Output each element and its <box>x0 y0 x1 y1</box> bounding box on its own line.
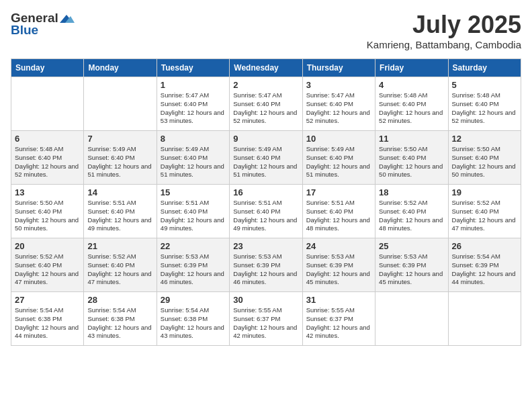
week-row-2: 6Sunrise: 5:48 AM Sunset: 6:40 PM Daylig… <box>11 131 521 185</box>
day-info: Sunrise: 5:47 AM Sunset: 6:40 PM Dayligh… <box>306 91 371 126</box>
day-number: 29 <box>161 295 226 305</box>
logo: General Blue <box>11 11 75 38</box>
day-info: Sunrise: 5:52 AM Sunset: 6:40 PM Dayligh… <box>15 253 80 287</box>
day-number: 2 <box>233 80 298 90</box>
calendar-title: July 2025 <box>367 11 521 39</box>
day-info: Sunrise: 5:53 AM Sunset: 6:39 PM Dayligh… <box>233 253 298 287</box>
day-info: Sunrise: 5:52 AM Sunset: 6:40 PM Dayligh… <box>379 199 444 233</box>
day-number: 3 <box>306 80 371 90</box>
calendar-cell: 25Sunrise: 5:53 AM Sunset: 6:39 PM Dayli… <box>375 238 448 292</box>
day-number: 24 <box>306 241 371 251</box>
calendar-cell: 9Sunrise: 5:49 AM Sunset: 6:40 PM Daylig… <box>230 131 302 185</box>
week-row-5: 27Sunrise: 5:54 AM Sunset: 6:38 PM Dayli… <box>11 292 521 346</box>
day-number: 26 <box>452 241 517 251</box>
calendar-cell: 22Sunrise: 5:53 AM Sunset: 6:39 PM Dayli… <box>157 238 229 292</box>
calendar-cell: 16Sunrise: 5:51 AM Sunset: 6:40 PM Dayli… <box>230 185 302 238</box>
calendar-cell: 18Sunrise: 5:52 AM Sunset: 6:40 PM Dayli… <box>375 185 448 238</box>
day-number: 16 <box>233 187 298 197</box>
day-number: 7 <box>87 134 152 144</box>
day-info: Sunrise: 5:49 AM Sunset: 6:40 PM Dayligh… <box>306 145 371 179</box>
logo-blue-text: Blue <box>11 23 38 38</box>
day-number: 25 <box>379 241 444 251</box>
page-header: General Blue July 2025 Kamrieng, Battamb… <box>11 11 521 50</box>
calendar-cell: 24Sunrise: 5:53 AM Sunset: 6:39 PM Dayli… <box>302 238 375 292</box>
col-header-thursday: Thursday <box>302 59 375 77</box>
week-row-3: 13Sunrise: 5:50 AM Sunset: 6:40 PM Dayli… <box>11 185 521 238</box>
day-info: Sunrise: 5:51 AM Sunset: 6:40 PM Dayligh… <box>87 199 152 233</box>
col-header-monday: Monday <box>84 59 157 77</box>
day-info: Sunrise: 5:54 AM Sunset: 6:38 PM Dayligh… <box>87 306 152 340</box>
day-info: Sunrise: 5:47 AM Sunset: 6:40 PM Dayligh… <box>161 91 226 126</box>
day-info: Sunrise: 5:54 AM Sunset: 6:38 PM Dayligh… <box>15 306 80 340</box>
day-info: Sunrise: 5:55 AM Sunset: 6:37 PM Dayligh… <box>233 306 298 340</box>
calendar-cell: 31Sunrise: 5:55 AM Sunset: 6:37 PM Dayli… <box>302 292 375 346</box>
day-number: 27 <box>15 295 80 305</box>
calendar-cell: 4Sunrise: 5:48 AM Sunset: 6:40 PM Daylig… <box>375 77 448 131</box>
calendar-cell: 15Sunrise: 5:51 AM Sunset: 6:40 PM Dayli… <box>157 185 229 238</box>
day-number: 20 <box>15 241 80 251</box>
day-info: Sunrise: 5:49 AM Sunset: 6:40 PM Dayligh… <box>233 145 298 179</box>
week-row-4: 20Sunrise: 5:52 AM Sunset: 6:40 PM Dayli… <box>11 238 521 292</box>
calendar-cell: 23Sunrise: 5:53 AM Sunset: 6:39 PM Dayli… <box>230 238 302 292</box>
day-info: Sunrise: 5:48 AM Sunset: 6:40 PM Dayligh… <box>452 91 517 126</box>
day-number: 11 <box>379 134 444 144</box>
calendar-cell: 17Sunrise: 5:51 AM Sunset: 6:40 PM Dayli… <box>302 185 375 238</box>
calendar-cell <box>84 77 157 131</box>
day-info: Sunrise: 5:52 AM Sunset: 6:40 PM Dayligh… <box>452 199 517 233</box>
day-info: Sunrise: 5:49 AM Sunset: 6:40 PM Dayligh… <box>161 145 226 179</box>
day-number: 8 <box>161 134 226 144</box>
calendar-body: 1Sunrise: 5:47 AM Sunset: 6:40 PM Daylig… <box>11 77 521 346</box>
day-info: Sunrise: 5:51 AM Sunset: 6:40 PM Dayligh… <box>161 199 226 233</box>
day-number: 21 <box>87 241 152 251</box>
calendar-cell: 27Sunrise: 5:54 AM Sunset: 6:38 PM Dayli… <box>11 292 84 346</box>
calendar-cell: 26Sunrise: 5:54 AM Sunset: 6:39 PM Dayli… <box>448 238 521 292</box>
day-number: 28 <box>87 295 152 305</box>
calendar-cell: 21Sunrise: 5:52 AM Sunset: 6:40 PM Dayli… <box>84 238 157 292</box>
day-info: Sunrise: 5:48 AM Sunset: 6:40 PM Dayligh… <box>15 145 80 179</box>
day-info: Sunrise: 5:50 AM Sunset: 6:40 PM Dayligh… <box>15 199 80 233</box>
day-number: 1 <box>161 80 226 90</box>
col-header-saturday: Saturday <box>448 59 521 77</box>
day-number: 5 <box>452 80 517 90</box>
day-number: 12 <box>452 134 517 144</box>
day-info: Sunrise: 5:50 AM Sunset: 6:40 PM Dayligh… <box>452 145 517 179</box>
calendar-cell: 8Sunrise: 5:49 AM Sunset: 6:40 PM Daylig… <box>157 131 229 185</box>
calendar-cell: 20Sunrise: 5:52 AM Sunset: 6:40 PM Dayli… <box>11 238 84 292</box>
day-number: 19 <box>452 187 517 197</box>
day-number: 30 <box>233 295 298 305</box>
week-row-1: 1Sunrise: 5:47 AM Sunset: 6:40 PM Daylig… <box>11 77 521 131</box>
day-info: Sunrise: 5:52 AM Sunset: 6:40 PM Dayligh… <box>87 253 152 287</box>
logo-icon <box>60 13 75 24</box>
day-info: Sunrise: 5:55 AM Sunset: 6:37 PM Dayligh… <box>306 306 371 340</box>
day-info: Sunrise: 5:49 AM Sunset: 6:40 PM Dayligh… <box>87 145 152 179</box>
day-info: Sunrise: 5:47 AM Sunset: 6:40 PM Dayligh… <box>233 91 298 126</box>
calendar-cell: 1Sunrise: 5:47 AM Sunset: 6:40 PM Daylig… <box>157 77 229 131</box>
day-info: Sunrise: 5:50 AM Sunset: 6:40 PM Dayligh… <box>379 145 444 179</box>
day-number: 4 <box>379 80 444 90</box>
calendar-cell: 19Sunrise: 5:52 AM Sunset: 6:40 PM Dayli… <box>448 185 521 238</box>
day-number: 9 <box>233 134 298 144</box>
calendar-table: SundayMondayTuesdayWednesdayThursdayFrid… <box>11 58 521 346</box>
day-number: 14 <box>87 187 152 197</box>
calendar-cell: 30Sunrise: 5:55 AM Sunset: 6:37 PM Dayli… <box>230 292 302 346</box>
calendar-cell: 13Sunrise: 5:50 AM Sunset: 6:40 PM Dayli… <box>11 185 84 238</box>
col-header-sunday: Sunday <box>11 59 84 77</box>
col-header-wednesday: Wednesday <box>230 59 302 77</box>
calendar-cell: 10Sunrise: 5:49 AM Sunset: 6:40 PM Dayli… <box>302 131 375 185</box>
col-header-tuesday: Tuesday <box>157 59 229 77</box>
day-number: 6 <box>15 134 80 144</box>
day-info: Sunrise: 5:53 AM Sunset: 6:39 PM Dayligh… <box>379 253 444 287</box>
day-info: Sunrise: 5:54 AM Sunset: 6:39 PM Dayligh… <box>452 253 517 287</box>
day-number: 13 <box>15 187 80 197</box>
calendar-cell: 12Sunrise: 5:50 AM Sunset: 6:40 PM Dayli… <box>448 131 521 185</box>
day-number: 23 <box>233 241 298 251</box>
calendar-cell: 7Sunrise: 5:49 AM Sunset: 6:40 PM Daylig… <box>84 131 157 185</box>
col-header-friday: Friday <box>375 59 448 77</box>
calendar-cell <box>11 77 84 131</box>
calendar-cell: 5Sunrise: 5:48 AM Sunset: 6:40 PM Daylig… <box>448 77 521 131</box>
title-area: July 2025 Kamrieng, Battambang, Cambodia <box>367 11 521 50</box>
calendar-cell: 28Sunrise: 5:54 AM Sunset: 6:38 PM Dayli… <box>84 292 157 346</box>
day-number: 10 <box>306 134 371 144</box>
calendar-cell: 2Sunrise: 5:47 AM Sunset: 6:40 PM Daylig… <box>230 77 302 131</box>
day-info: Sunrise: 5:53 AM Sunset: 6:39 PM Dayligh… <box>306 253 371 287</box>
